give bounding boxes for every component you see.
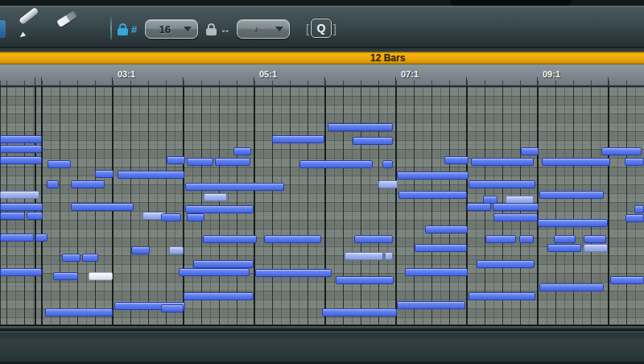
midi-note[interactable] — [185, 205, 254, 213]
midi-note[interactable] — [547, 244, 581, 252]
midi-note[interactable] — [0, 203, 43, 211]
midi-note[interactable] — [0, 212, 25, 220]
midi-note[interactable] — [299, 160, 373, 168]
midi-note[interactable] — [187, 213, 204, 221]
midi-note[interactable] — [415, 244, 467, 252]
midi-note[interactable] — [493, 213, 538, 221]
midi-note[interactable] — [255, 269, 332, 277]
midi-note[interactable] — [634, 205, 644, 213]
snap-group: # 16 — [118, 19, 198, 39]
midi-note[interactable] — [353, 137, 393, 145]
midi-note[interactable] — [0, 268, 42, 276]
midi-note[interactable] — [336, 276, 394, 284]
length-lock-icon[interactable] — [206, 23, 217, 35]
midi-note[interactable] — [539, 191, 604, 199]
midi-note[interactable] — [185, 183, 284, 191]
midi-note[interactable] — [554, 235, 576, 243]
midi-note[interactable] — [204, 193, 227, 201]
midi-note[interactable] — [82, 254, 98, 262]
midi-note[interactable] — [0, 156, 42, 164]
ruler-label: 05:1 — [259, 69, 277, 79]
midi-note[interactable] — [625, 158, 644, 166]
midi-note[interactable] — [203, 235, 257, 243]
midi-note[interactable] — [167, 156, 185, 164]
draw-tool-button[interactable] — [18, 15, 45, 41]
selection-length-label: 12 Bars — [370, 52, 405, 64]
clipped-tool-icon[interactable] — [0, 20, 6, 38]
midi-note[interactable] — [382, 160, 393, 168]
midi-note[interactable] — [193, 260, 254, 268]
midi-note[interactable] — [161, 213, 181, 221]
midi-note[interactable] — [27, 212, 43, 220]
midi-note[interactable] — [47, 160, 71, 168]
midi-note[interactable] — [584, 235, 606, 243]
midi-note[interactable] — [610, 276, 644, 284]
midi-note[interactable] — [272, 135, 324, 143]
midi-note[interactable] — [47, 180, 59, 188]
ruler-label: 03:1 — [118, 69, 135, 79]
midi-note[interactable] — [0, 135, 42, 143]
midi-note[interactable] — [398, 191, 467, 199]
midi-note[interactable] — [169, 246, 184, 254]
midi-note[interactable] — [53, 272, 78, 280]
midi-note[interactable] — [397, 301, 465, 309]
midi-note[interactable] — [71, 203, 134, 211]
midi-note[interactable] — [233, 147, 251, 155]
midi-note[interactable] — [519, 235, 534, 243]
midi-note[interactable] — [322, 308, 397, 316]
midi-note[interactable] — [0, 234, 34, 242]
midi-note[interactable] — [397, 172, 469, 180]
chevron-down-icon — [184, 27, 192, 31]
midi-note[interactable] — [405, 268, 468, 276]
midi-note[interactable] — [425, 225, 468, 234]
velocity-panel[interactable] — [0, 338, 644, 364]
midi-note[interactable] — [601, 147, 642, 155]
timeline-ruler[interactable]: 03:105:107:109:1 — [0, 64, 644, 87]
window-top-strip — [0, 0, 644, 6]
midi-note[interactable] — [179, 268, 250, 276]
midi-note[interactable] — [264, 235, 321, 243]
midi-note[interactable] — [215, 158, 250, 166]
midi-note[interactable] — [385, 252, 393, 260]
snap-value-dropdown[interactable]: 16 — [145, 19, 198, 39]
midi-note[interactable] — [161, 304, 184, 312]
midi-note[interactable] — [187, 158, 213, 166]
midi-note[interactable] — [118, 171, 184, 179]
timeline-selection-bar[interactable]: 12 Bars — [0, 52, 644, 64]
midi-note[interactable] — [0, 191, 39, 199]
midi-note[interactable] — [345, 252, 383, 260]
midi-note[interactable] — [538, 219, 608, 227]
midi-note[interactable] — [95, 170, 114, 178]
midi-note[interactable] — [493, 203, 539, 211]
erase-tool-button[interactable] — [56, 15, 84, 41]
midi-note[interactable] — [378, 180, 398, 188]
midi-note[interactable] — [45, 308, 113, 316]
pencil-icon — [19, 7, 39, 25]
midi-note[interactable] — [0, 145, 42, 153]
midi-note[interactable] — [539, 283, 604, 292]
midi-note[interactable] — [89, 272, 113, 280]
midi-note[interactable] — [469, 292, 535, 300]
midi-note[interactable] — [328, 123, 393, 131]
midi-note[interactable] — [467, 203, 491, 211]
midi-note[interactable] — [71, 180, 105, 188]
snap-lock-icon[interactable] — [118, 23, 128, 35]
midi-note[interactable] — [471, 158, 534, 166]
quantize-button[interactable]: Q — [311, 19, 332, 38]
midi-note[interactable] — [35, 234, 47, 242]
midi-note[interactable] — [625, 214, 644, 222]
panel-splitter[interactable] — [0, 325, 644, 338]
midi-note[interactable] — [542, 158, 610, 166]
midi-note[interactable] — [521, 147, 539, 155]
midi-note[interactable] — [469, 180, 535, 188]
midi-note[interactable] — [354, 235, 393, 243]
length-value-dropdown[interactable]: ♪ — [237, 19, 290, 39]
note-grid[interactable] — [0, 87, 644, 325]
midi-note[interactable] — [485, 235, 516, 243]
midi-note[interactable] — [184, 292, 254, 300]
midi-note[interactable] — [444, 156, 469, 164]
midi-note[interactable] — [477, 260, 535, 268]
midi-note[interactable] — [584, 244, 608, 252]
midi-note[interactable] — [131, 246, 150, 254]
midi-note[interactable] — [62, 254, 80, 262]
